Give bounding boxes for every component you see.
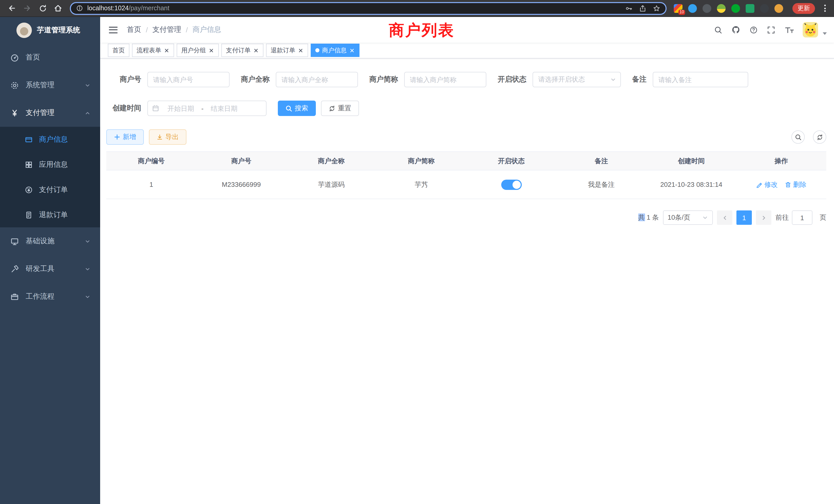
forward-icon[interactable] bbox=[21, 2, 34, 15]
prev-page-button[interactable] bbox=[717, 210, 732, 225]
close-icon[interactable] bbox=[208, 47, 214, 53]
edit-link[interactable]: 修改 bbox=[756, 180, 778, 189]
search-button[interactable]: 搜索 bbox=[278, 100, 316, 116]
site-info-icon[interactable] bbox=[76, 5, 83, 12]
share-icon[interactable] bbox=[639, 4, 646, 12]
sidebar-item-infra[interactable]: 基础设施 bbox=[0, 227, 100, 255]
status-toggle[interactable] bbox=[501, 179, 522, 190]
pagination-total: 共 1 条 bbox=[638, 213, 659, 222]
delete-link[interactable]: 删除 bbox=[785, 180, 807, 189]
column-header: 商户全称 bbox=[286, 152, 376, 170]
sidebar-item-payment[interactable]: 支付管理 bbox=[0, 99, 100, 127]
extension-icon-7[interactable] bbox=[760, 4, 769, 13]
fullscreen-icon[interactable] bbox=[767, 25, 775, 34]
extension-icon-5[interactable] bbox=[731, 4, 740, 13]
screen: localhost:1024/pay/merchant 10 更 bbox=[0, 0, 834, 504]
merchant-name-input[interactable] bbox=[276, 72, 358, 87]
grid-icon bbox=[25, 160, 33, 168]
reset-button[interactable]: 重置 bbox=[321, 100, 359, 116]
extension-icon-6[interactable] bbox=[746, 4, 754, 13]
extension-icon-3[interactable] bbox=[703, 4, 711, 13]
logo-avatar bbox=[17, 23, 32, 38]
extension-icon-1[interactable]: 10 bbox=[674, 4, 682, 13]
extension-icon-8[interactable] bbox=[774, 4, 783, 13]
font-size-icon[interactable] bbox=[784, 25, 794, 34]
next-page-button[interactable] bbox=[756, 210, 771, 225]
tab-home[interactable]: 首页 bbox=[108, 44, 129, 57]
filter-merchant-name: 商户全称 bbox=[241, 72, 358, 87]
tab-merchant-info[interactable]: 商户信息 bbox=[311, 44, 359, 57]
filter-status: 开启状态 请选择开启状态 bbox=[498, 72, 621, 87]
reload-icon[interactable] bbox=[36, 2, 49, 15]
export-button[interactable]: 导出 bbox=[149, 129, 186, 145]
toggle-search-icon[interactable] bbox=[791, 130, 805, 144]
button-label: 导出 bbox=[166, 132, 179, 142]
status-select[interactable]: 请选择开启状态 bbox=[532, 72, 621, 87]
search-icon[interactable] bbox=[714, 25, 723, 34]
page-number-button[interactable]: 1 bbox=[737, 210, 752, 225]
sidebar-item-devtools[interactable]: 研发工具 bbox=[0, 255, 100, 283]
close-icon[interactable] bbox=[298, 47, 304, 53]
column-header: 商户简称 bbox=[376, 152, 466, 170]
close-icon[interactable] bbox=[253, 47, 259, 53]
tab-pay-order[interactable]: 支付订单 bbox=[221, 44, 263, 57]
refresh-icon[interactable] bbox=[813, 130, 826, 144]
filter-row-2: 创建时间 - 搜索 重置 bbox=[106, 100, 826, 116]
sidebar-item-system[interactable]: 系统管理 bbox=[0, 71, 100, 99]
url-host: localhost:1024 bbox=[87, 5, 129, 12]
table-header-row: 商户编号 商户号 商户全称 商户简称 开启状态 备注 创建时间 操作 bbox=[106, 152, 826, 170]
table-toolbar: 新增 导出 bbox=[106, 129, 826, 145]
filter-remark: 备注 bbox=[632, 72, 748, 87]
sidebar-item-app-info[interactable]: 应用信息 bbox=[0, 152, 100, 177]
date-start-input[interactable] bbox=[161, 105, 200, 112]
remark-input[interactable] bbox=[653, 72, 748, 87]
sidebar-item-refund-order[interactable]: 退款订单 bbox=[0, 202, 100, 227]
goto-page-input[interactable] bbox=[792, 210, 812, 225]
app-title: 芋道管理系统 bbox=[37, 26, 80, 35]
tab-process-form[interactable]: 流程表单 bbox=[132, 44, 174, 57]
chevron-down-icon bbox=[84, 82, 91, 89]
merchant-no-input[interactable] bbox=[147, 72, 229, 87]
sidebar-item-pay-order[interactable]: 支付订单 bbox=[0, 177, 100, 202]
close-icon[interactable] bbox=[349, 47, 355, 53]
gear-icon bbox=[10, 81, 19, 90]
page-size-select[interactable]: 10条/页 bbox=[663, 210, 713, 225]
date-range-picker[interactable]: - bbox=[147, 100, 266, 116]
back-icon[interactable] bbox=[5, 2, 19, 15]
help-icon[interactable] bbox=[749, 25, 758, 34]
yen-icon bbox=[10, 109, 19, 117]
breadcrumb-payment[interactable]: 支付管理 bbox=[153, 25, 181, 35]
close-icon[interactable] bbox=[164, 47, 170, 53]
browser-menu-icon[interactable] bbox=[821, 3, 829, 14]
url-bar[interactable]: localhost:1024/pay/merchant bbox=[70, 2, 666, 15]
extension-icon-4[interactable] bbox=[717, 4, 726, 13]
page-size-value: 10条/页 bbox=[667, 213, 690, 222]
user-avatar[interactable] bbox=[803, 22, 818, 38]
extension-icon-2[interactable] bbox=[688, 4, 697, 13]
home-icon[interactable] bbox=[51, 2, 65, 15]
date-end-input[interactable] bbox=[205, 105, 244, 112]
sidebar-item-label: 支付管理 bbox=[26, 108, 54, 117]
navbar-actions bbox=[714, 22, 827, 38]
bookmark-star-icon[interactable] bbox=[653, 4, 660, 12]
tab-refund-order[interactable]: 退款订单 bbox=[266, 44, 308, 57]
password-key-icon[interactable] bbox=[625, 4, 633, 12]
breadcrumb-home[interactable]: 首页 bbox=[127, 25, 141, 35]
cell-remark: 我是备注 bbox=[556, 170, 646, 199]
tab-user-group[interactable]: 用户分组 bbox=[177, 44, 219, 57]
tab-label: 首页 bbox=[112, 46, 125, 55]
breadcrumb: 首页 / 支付管理 / 商户信息 bbox=[127, 25, 221, 35]
sidebar-item-home[interactable]: 首页 bbox=[0, 44, 100, 71]
sidebar: 芋道管理系统 首页 系统管理 支付管理 bbox=[0, 17, 100, 504]
browser-update-button[interactable]: 更新 bbox=[792, 3, 815, 14]
hamburger-icon[interactable] bbox=[108, 24, 118, 35]
merchant-short-input[interactable] bbox=[404, 72, 486, 87]
cell-status bbox=[466, 170, 556, 199]
sidebar-item-merchant-info[interactable]: 商户信息 bbox=[0, 127, 100, 152]
column-header: 创建时间 bbox=[646, 152, 737, 170]
sidebar-item-workflow[interactable]: 工作流程 bbox=[0, 283, 100, 311]
add-button[interactable]: 新增 bbox=[106, 129, 144, 145]
tool-icon bbox=[10, 265, 19, 273]
github-icon[interactable] bbox=[731, 25, 741, 35]
avatar-caret-icon[interactable] bbox=[823, 32, 827, 35]
